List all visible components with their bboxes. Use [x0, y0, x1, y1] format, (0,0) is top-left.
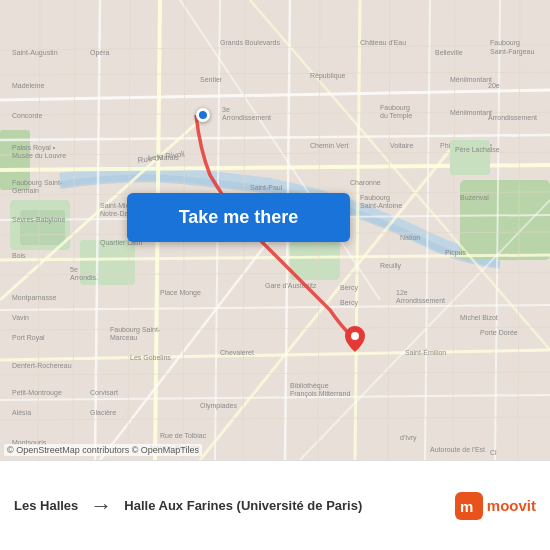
svg-text:Ménilmontant: Ménilmontant — [450, 109, 492, 116]
svg-rect-4 — [290, 240, 340, 280]
svg-text:Faubourg Saint-: Faubourg Saint- — [110, 326, 161, 334]
svg-text:Bercy: Bercy — [340, 299, 358, 307]
svg-text:Chevaleret: Chevaleret — [220, 349, 254, 356]
svg-text:Palais Royal •: Palais Royal • — [12, 144, 56, 152]
svg-text:Musée du Louvre: Musée du Louvre — [12, 152, 66, 159]
svg-text:Denfert-Rochereau: Denfert-Rochereau — [12, 362, 72, 369]
svg-text:Marceau: Marceau — [110, 334, 137, 341]
svg-text:Arrondissement: Arrondissement — [396, 297, 445, 304]
svg-text:Place Monge: Place Monge — [160, 289, 201, 297]
svg-text:Concorde: Concorde — [12, 112, 42, 119]
svg-text:Olympiades: Olympiades — [200, 402, 237, 410]
svg-text:5e: 5e — [70, 266, 78, 273]
svg-text:Voltaire: Voltaire — [390, 142, 413, 149]
svg-text:Père Lachaise: Père Lachaise — [455, 146, 500, 153]
svg-text:Faubourg Saint-: Faubourg Saint- — [12, 179, 63, 187]
svg-text:Reuilly: Reuilly — [380, 262, 402, 270]
svg-text:Autoroute de l'Est: Autoroute de l'Est — [430, 446, 485, 453]
svg-text:du Temple: du Temple — [380, 112, 412, 120]
svg-text:Michel Bizot: Michel Bizot — [460, 314, 498, 321]
svg-text:Glacière: Glacière — [90, 409, 116, 416]
arrow-icon: → — [90, 493, 112, 519]
svg-text:d'Ivry: d'Ivry — [400, 434, 417, 442]
svg-text:Arrondissement: Arrondissement — [488, 114, 537, 121]
svg-text:Porte Dorée: Porte Dorée — [480, 329, 518, 336]
svg-text:Saint-Antoine: Saint-Antoine — [360, 202, 402, 209]
svg-text:Le Marais: Le Marais — [148, 154, 179, 161]
svg-text:Vavin: Vavin — [12, 314, 29, 321]
svg-text:Cl: Cl — [490, 449, 497, 456]
moovit-brand: moovit — [487, 497, 536, 514]
map-area: Rue de Rivoli La Seine Saint-Augustin Op… — [0, 0, 550, 460]
svg-text:Ménilmontant: Ménilmontant — [450, 76, 492, 83]
svg-text:Les Gobelins: Les Gobelins — [130, 354, 171, 361]
svg-text:Charonne: Charonne — [350, 179, 381, 186]
destination-pin — [345, 326, 365, 352]
origin-marker — [196, 108, 210, 122]
svg-text:Bercy: Bercy — [340, 284, 358, 292]
svg-text:Faubourg: Faubourg — [490, 39, 520, 47]
svg-text:Nation: Nation — [400, 234, 420, 241]
svg-text:Bibliothèque: Bibliothèque — [290, 382, 329, 390]
moovit-icon: m — [455, 492, 483, 520]
to-location: Halle Aux Farines (Université de Paris) — [124, 498, 455, 513]
svg-text:Alésia: Alésia — [12, 409, 31, 416]
svg-text:Germain: Germain — [12, 187, 39, 194]
svg-text:Sentier: Sentier — [200, 76, 223, 83]
svg-text:m: m — [460, 498, 473, 515]
svg-text:12e: 12e — [396, 289, 408, 296]
map-copyright: © OpenStreetMap contributors © OpenMapTi… — [4, 444, 202, 456]
svg-text:3e: 3e — [222, 106, 230, 113]
svg-text:Chemin Vert: Chemin Vert — [310, 142, 349, 149]
svg-text:Buzenval: Buzenval — [460, 194, 489, 201]
svg-text:Saint-Fargeau: Saint-Fargeau — [490, 48, 534, 56]
svg-text:Rue de Tolbiac: Rue de Tolbiac — [160, 432, 207, 439]
svg-text:Port Royal: Port Royal — [12, 334, 45, 342]
svg-text:Bois: Bois — [12, 252, 26, 259]
bottom-bar: Les Halles → Halle Aux Farines (Universi… — [0, 460, 550, 550]
svg-text:Madeleine: Madeleine — [12, 82, 44, 89]
svg-text:Belleville: Belleville — [435, 49, 463, 56]
moovit-logo: m moovit — [455, 492, 536, 520]
svg-text:Saint-Paul: Saint-Paul — [250, 184, 283, 191]
svg-text:Faubourg: Faubourg — [380, 104, 410, 112]
app-container: Rue de Rivoli La Seine Saint-Augustin Op… — [0, 0, 550, 550]
svg-text:Corvisart: Corvisart — [90, 389, 118, 396]
from-location: Les Halles — [14, 498, 78, 513]
take-me-there-label: Take me there — [179, 207, 299, 228]
svg-text:Sèvres-Babylone: Sèvres-Babylone — [12, 216, 65, 224]
svg-text:Arrondis.: Arrondis. — [70, 274, 98, 281]
from-label: Les Halles — [14, 498, 78, 513]
svg-text:Saint-Émilion: Saint-Émilion — [405, 348, 446, 356]
svg-text:République: République — [310, 72, 346, 80]
svg-text:20e: 20e — [488, 82, 500, 89]
take-me-there-button[interactable]: Take me there — [127, 193, 350, 242]
route-arrow: → — [78, 493, 124, 519]
to-label: Halle Aux Farines (Université de Paris) — [124, 498, 362, 513]
svg-text:Château d'Eau: Château d'Eau — [360, 39, 406, 46]
svg-text:Montparnasse: Montparnasse — [12, 294, 56, 302]
svg-text:François Mitterrand: François Mitterrand — [290, 390, 350, 398]
svg-text:Grands Boulevards: Grands Boulevards — [220, 39, 280, 46]
svg-text:Arrondissement: Arrondissement — [222, 114, 271, 121]
svg-text:Faubourg: Faubourg — [360, 194, 390, 202]
svg-text:Opéra: Opéra — [90, 49, 110, 57]
svg-point-125 — [351, 332, 359, 340]
svg-text:Picpus: Picpus — [445, 249, 467, 257]
svg-text:Petit-Montrouge: Petit-Montrouge — [12, 389, 62, 397]
svg-text:Saint-Augustin: Saint-Augustin — [12, 49, 58, 57]
